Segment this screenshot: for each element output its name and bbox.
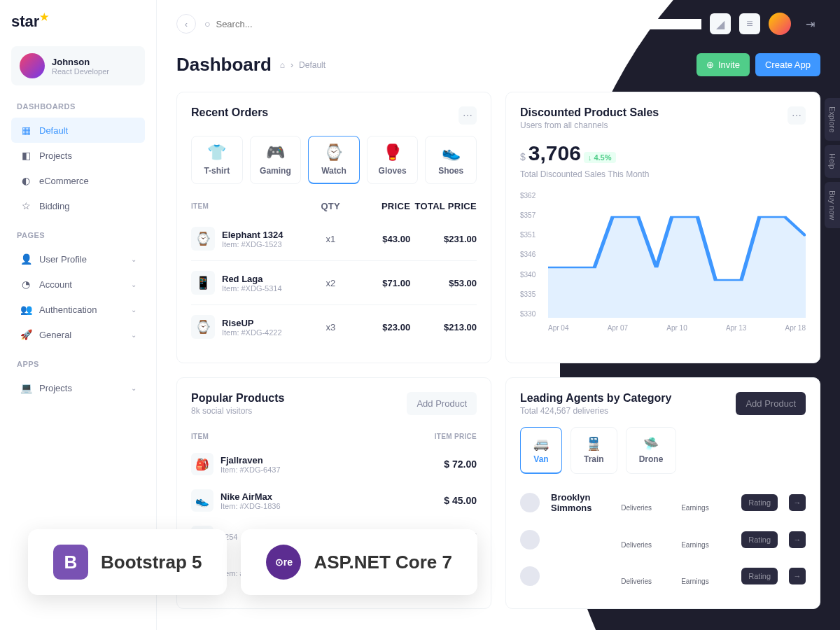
popular-subtitle: 8k social visitors xyxy=(191,406,284,416)
sidebar-item-account[interactable]: ◔Account⌄ xyxy=(11,272,145,297)
sales-change-badge: ↓ 4.5% xyxy=(584,152,616,163)
search-input[interactable] xyxy=(216,19,701,29)
category-tab-gloves[interactable]: 🥊Gloves xyxy=(367,136,419,184)
sidebar-item-authentication[interactable]: 👥Authentication⌄ xyxy=(11,297,145,322)
chevron-down-icon: ⌄ xyxy=(131,281,136,288)
arrow-right-icon[interactable]: → xyxy=(789,531,806,548)
rating-button[interactable]: Rating xyxy=(741,568,778,584)
rating-button[interactable]: Rating xyxy=(741,531,778,548)
nav-section-dashboards: DASHBOARDS xyxy=(17,102,145,111)
nav-icon: 💻 xyxy=(20,382,32,394)
popular-header-price: ITEM PRICE xyxy=(435,433,477,440)
user-card[interactable]: Johnson React Developer xyxy=(11,46,145,85)
nav-label: Projects xyxy=(39,383,72,393)
side-tab-explore[interactable]: Explore xyxy=(825,98,840,141)
order-row[interactable]: 📱Red LagaItem: #XDG-5314x2$71.00$53.00 xyxy=(191,261,477,305)
agent-tab-drone[interactable]: 🛸Drone xyxy=(626,427,677,474)
category-icon: 🥊 xyxy=(370,144,415,162)
sales-desc: Total Discounted Sales This Month xyxy=(520,169,806,179)
product-icon: 👟 xyxy=(191,489,214,512)
nav-icon: 👥 xyxy=(20,303,32,316)
home-icon[interactable]: ⌂ xyxy=(280,60,285,70)
vehicle-icon: 🚐 xyxy=(533,436,549,451)
chevron-down-icon: ⌄ xyxy=(131,306,136,314)
category-tab-gaming[interactable]: 🎮Gaming xyxy=(250,136,302,184)
sidebar-item-user-profile[interactable]: 👤User Profile⌄ xyxy=(11,246,145,272)
popular-row[interactable]: 👟Nike AirMaxItem: #XDG-1836$ 45.00 xyxy=(191,482,477,519)
chevron-down-icon: ⌄ xyxy=(131,331,136,339)
nav-section-pages: PAGES xyxy=(17,231,145,239)
recent-orders-title: Recent Orders xyxy=(191,106,268,119)
pill-aspnet[interactable]: ⊙re ASP.NET Core 7 xyxy=(241,529,477,595)
category-tab-watch[interactable]: ⌚Watch xyxy=(308,136,360,184)
profile-avatar[interactable] xyxy=(769,13,791,35)
nav-icon: ◧ xyxy=(20,149,32,162)
sidebar-item-projects[interactable]: 💻Projects⌄ xyxy=(11,375,145,400)
sidebar-item-general[interactable]: 🚀General⌄ xyxy=(11,322,145,347)
nav-label: Default xyxy=(39,125,68,136)
invite-button[interactable]: ⊕ Invite xyxy=(696,53,750,76)
side-tabs: Explore Help Buy now xyxy=(825,98,840,228)
arrow-right-icon[interactable]: → xyxy=(789,568,806,584)
rating-button[interactable]: Rating xyxy=(741,494,778,511)
nav-section-apps: APPS xyxy=(17,360,145,368)
order-row[interactable]: ⌚Elephant 1324Item: #XDG-1523x1$43.00$23… xyxy=(191,217,477,261)
star-icon: ★ xyxy=(40,11,49,22)
agent-tab-train[interactable]: 🚆Train xyxy=(570,427,617,474)
chevron-down-icon: ⌄ xyxy=(131,384,136,392)
side-tab-buy[interactable]: Buy now xyxy=(825,182,840,228)
tech-pills: B Bootstrap 5 ⊙re ASP.NET Core 7 xyxy=(28,529,477,595)
create-app-button[interactable]: Create App xyxy=(755,53,820,76)
sidebar-item-bidding[interactable]: ☆Bidding xyxy=(11,193,145,218)
back-button[interactable]: ‹ xyxy=(176,14,196,34)
category-icon: 🎮 xyxy=(253,144,298,162)
side-tab-help[interactable]: Help xyxy=(825,145,840,178)
user-name: Johnson xyxy=(52,57,109,67)
orders-header-item: ITEM xyxy=(191,201,311,211)
add-product-button[interactable]: Add Product xyxy=(407,392,477,415)
order-row[interactable]: ⌚RiseUPItem: #XDG-4222x3$23.00$213.00 xyxy=(191,305,477,349)
agent-row[interactable]: Zuid Area357Deliveries$2,737EarningsRati… xyxy=(520,558,806,594)
category-tab-t-shirt[interactable]: 👕T-shirt xyxy=(191,136,243,184)
popular-row[interactable]: 🎒FjallravenItem: #XDG-6437$ 72.00 xyxy=(191,446,477,482)
add-product-button[interactable]: Add Product xyxy=(736,392,806,415)
product-icon: 🎒 xyxy=(191,453,214,475)
apps-icon[interactable]: ≡ xyxy=(739,13,760,34)
search-box: ○ xyxy=(204,18,701,29)
agent-row[interactable]: 6,074Deliveries$174,074EarningsRating→ xyxy=(520,522,806,558)
agent-tab-van[interactable]: 🚐Van xyxy=(520,427,562,474)
agents-title: Leading Agents by Category xyxy=(520,392,671,405)
category-tab-shoes[interactable]: 👟Shoes xyxy=(425,136,477,184)
logout-icon[interactable]: ⇥ xyxy=(799,13,820,34)
theme-icon[interactable]: ◢ xyxy=(710,13,731,34)
category-icon: 👟 xyxy=(428,144,473,162)
search-icon: ○ xyxy=(204,18,210,29)
more-icon[interactable]: ⋯ xyxy=(458,106,477,125)
vehicle-icon: 🚆 xyxy=(584,436,604,451)
nav-label: Account xyxy=(39,279,72,290)
chevron-down-icon: ⌄ xyxy=(131,255,136,263)
category-icon: 👕 xyxy=(195,144,239,162)
nav-icon: ☆ xyxy=(20,200,32,212)
popular-title: Popular Products xyxy=(191,392,284,405)
nav-icon: 👤 xyxy=(20,253,32,265)
sidebar-item-ecommerce[interactable]: ◐eCommerce xyxy=(11,168,145,193)
brand-logo: star★ xyxy=(11,13,145,31)
nav-icon: ◔ xyxy=(20,278,32,290)
sales-title: Discounted Product Sales xyxy=(520,106,659,119)
topbar: ‹ ○ ◢ ≡ ⇥ xyxy=(176,13,820,35)
popular-header-item: ITEM xyxy=(191,433,435,440)
agent-row[interactable]: Brooklyn Simmons1,240Deliveries$5,400Ear… xyxy=(520,484,806,522)
arrow-right-icon[interactable]: → xyxy=(789,494,806,511)
more-icon[interactable]: ⋯ xyxy=(788,106,806,125)
nav-icon: ◐ xyxy=(20,174,32,187)
sidebar-item-default[interactable]: ▦Default xyxy=(11,118,145,143)
bootstrap-icon: B xyxy=(53,545,88,580)
sales-subtitle: Users from all channels xyxy=(520,120,659,130)
agent-avatar xyxy=(520,493,540,512)
agents-card: Leading Agents by Category Total 424,567… xyxy=(505,377,820,609)
pill-bootstrap[interactable]: B Bootstrap 5 xyxy=(28,529,227,595)
agent-avatar xyxy=(520,530,540,550)
recent-orders-card: Recent Orders ⋯ 👕T-shirt🎮Gaming⌚Watch🥊Gl… xyxy=(176,92,491,363)
sidebar-item-projects[interactable]: ◧Projects xyxy=(11,143,145,168)
